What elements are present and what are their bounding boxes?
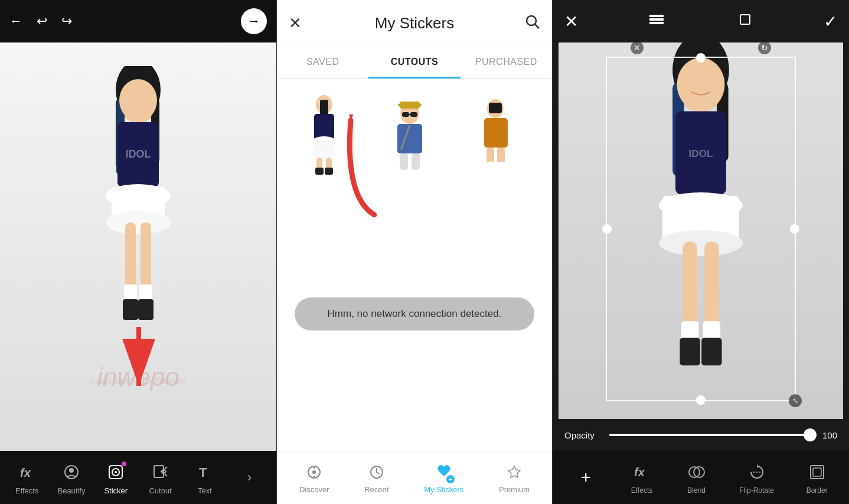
opacity-row: Opacity 100 <box>553 419 849 451</box>
stickers-header: ✕ My Stickers <box>277 0 552 47</box>
cutout-label: Cutout <box>149 486 171 495</box>
heart-icon: + <box>436 462 452 482</box>
svg-text:fx: fx <box>634 466 645 479</box>
svg-rect-49 <box>412 153 420 170</box>
eraser-button[interactable] <box>736 10 755 33</box>
my-stickers-icon: + <box>433 462 455 483</box>
svg-rect-48 <box>400 153 408 170</box>
confirm-button[interactable]: ✓ <box>824 12 837 31</box>
layers-button[interactable] <box>647 10 666 33</box>
tool-sticker[interactable]: Sticker <box>98 460 133 495</box>
text-label: Text <box>198 486 212 495</box>
svg-point-5 <box>119 79 157 122</box>
right-tool-blend[interactable]: Blend <box>685 460 708 495</box>
bottom-toolbar: fx Effects Beautify <box>0 451 276 504</box>
back-button[interactable]: ← <box>9 14 22 29</box>
opacity-fill <box>609 434 810 436</box>
tool-text[interactable]: T Text <box>187 460 223 495</box>
tab-saved[interactable]: SAVED <box>277 47 368 78</box>
nav-premium[interactable]: Premium <box>499 462 530 494</box>
cutout-icon <box>149 460 172 484</box>
svg-rect-52 <box>484 118 508 148</box>
svg-point-29 <box>527 16 536 25</box>
forward-button[interactable]: → <box>241 8 267 34</box>
right-tool-flip-rotate[interactable]: Flip-Rotate <box>739 460 774 495</box>
stickers-content: Hmm, no network connection detected. <box>277 79 552 451</box>
stickers-grid <box>277 79 552 191</box>
tabs-row: SAVED CUTOUTS PURCHASED <box>277 47 552 79</box>
handle-mid-right[interactable] <box>790 224 799 234</box>
svg-rect-63 <box>649 15 664 17</box>
opacity-label: Opacity <box>564 430 600 440</box>
svg-rect-38 <box>315 168 324 175</box>
svg-rect-89 <box>813 468 821 476</box>
handle-top-mid[interactable] <box>696 53 706 63</box>
selection-box[interactable]: ✕ ↻ ⤡ <box>606 57 796 401</box>
effects-label: Effects <box>15 486 39 495</box>
sticker-3-image <box>474 97 518 174</box>
blend-icon <box>685 460 708 484</box>
close-button[interactable]: ✕ <box>564 12 578 31</box>
flip-rotate-icon <box>745 460 769 484</box>
right-effects-label: Effects <box>631 486 652 495</box>
text-icon: T <box>193 460 217 484</box>
right-bottom-toolbar: + fx Effects Blend <box>553 451 849 504</box>
blend-label: Blend <box>687 486 706 495</box>
svg-point-10 <box>106 211 171 234</box>
sticker-icon <box>104 460 128 484</box>
svg-line-27 <box>165 474 167 476</box>
right-tool-border[interactable]: Border <box>805 460 829 495</box>
nav-recent[interactable]: Recent <box>364 462 388 494</box>
opacity-slider[interactable] <box>609 434 810 436</box>
recent-label: Recent <box>364 485 388 494</box>
right-image-area: IDOL ✕ ↻ <box>559 42 843 419</box>
tool-cutout[interactable]: Cutout <box>143 460 178 495</box>
corner-resize-handle[interactable]: ⤡ <box>789 394 802 407</box>
svg-rect-15 <box>123 299 138 320</box>
sticker-item-3[interactable] <box>461 91 531 179</box>
sticker-label: Sticker <box>104 486 128 495</box>
handle-bottom-mid[interactable] <box>696 395 706 405</box>
beautify-label: Beautify <box>57 486 85 495</box>
more-icon: › <box>237 466 261 489</box>
tool-beautify[interactable]: Beautify <box>54 460 89 495</box>
red-arrow-sticker <box>327 114 386 221</box>
watermark-subtitle: Learn and Share Tutorials <box>90 377 185 386</box>
close-stickers-button[interactable]: ✕ <box>289 14 302 32</box>
add-button[interactable]: + <box>573 464 599 490</box>
beautify-icon <box>60 460 83 484</box>
middle-bottom-nav: Discover Recent + My Stickers Premium <box>277 451 552 504</box>
svg-text:T: T <box>199 465 207 480</box>
flip-rotate-label: Flip-Rotate <box>739 486 774 495</box>
svg-point-21 <box>69 468 74 473</box>
left-panel: ← ↩ ↪ → IDOL <box>0 0 276 504</box>
search-button[interactable] <box>525 14 540 33</box>
svg-rect-55 <box>485 162 495 170</box>
tool-effects[interactable]: fx Effects <box>9 460 45 495</box>
right-tool-effects[interactable]: fx Effects <box>630 460 654 495</box>
redo-button[interactable]: ↪ <box>61 14 72 29</box>
premium-label: Premium <box>499 485 530 494</box>
header-inner: ✕ My Stickers <box>289 14 540 33</box>
svg-point-59 <box>312 470 316 474</box>
discover-label: Discover <box>299 485 329 494</box>
svg-rect-66 <box>740 15 750 24</box>
opacity-thumb[interactable] <box>804 428 817 441</box>
nav-discover[interactable]: Discover <box>299 462 329 494</box>
nav-my-stickers[interactable]: + My Stickers <box>424 462 463 494</box>
svg-text:IDOL: IDOL <box>126 148 151 160</box>
right-panel: ✕ ✓ IDOL <box>553 0 849 504</box>
more-tools-button[interactable]: › <box>231 466 267 489</box>
tab-purchased[interactable]: PURCHASED <box>461 47 552 78</box>
middle-panel: ✕ My Stickers SAVED CUTOUTS PURCHASED <box>276 0 553 504</box>
svg-text:fx: fx <box>20 466 31 479</box>
svg-point-24 <box>115 471 117 473</box>
my-stickers-label: My Stickers <box>424 485 463 494</box>
active-dot <box>122 462 126 466</box>
handle-mid-left[interactable] <box>602 224 612 234</box>
undo-button[interactable]: ↩ <box>37 14 47 29</box>
tab-cutouts[interactable]: CUTOUTS <box>368 47 460 78</box>
svg-rect-16 <box>138 299 154 320</box>
svg-rect-25 <box>154 466 164 477</box>
girl-figure: IDOL <box>79 66 197 397</box>
